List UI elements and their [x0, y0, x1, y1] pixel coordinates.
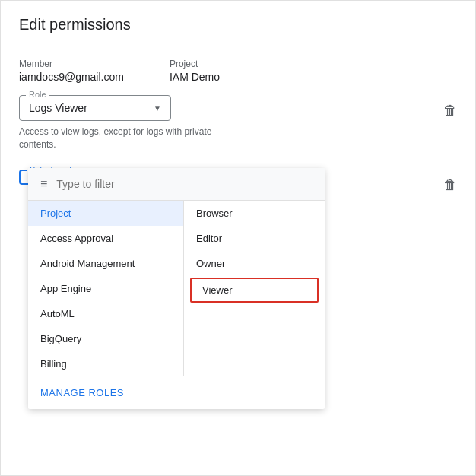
delete-second-role-button[interactable]: 🗑 [443, 177, 457, 193]
right-list-item[interactable]: Owner [184, 251, 325, 276]
list-item[interactable]: AutoML [28, 301, 183, 326]
list-item[interactable]: App Engine [28, 276, 183, 301]
list-item[interactable]: BigQuery [28, 326, 183, 351]
role-section: Role Logs Viewer ▼ Access to view logs, … [19, 95, 232, 151]
filter-icon: ≡ [40, 177, 47, 191]
filter-input[interactable] [56, 178, 313, 190]
role-select-label: Role [26, 90, 49, 99]
project-label: Project [170, 59, 220, 69]
manage-roles-link[interactable]: MANAGE ROLES [28, 376, 325, 409]
project-field: Project IAM Demo [170, 59, 220, 83]
filter-row: ≡ [28, 168, 325, 201]
list-item[interactable]: Access Approval [28, 226, 183, 251]
viewer-right-list-item[interactable]: Viewer [190, 278, 319, 303]
header: Edit permissions [1, 1, 475, 43]
role-row: Role Logs Viewer ▼ Access to view logs, … [19, 95, 457, 160]
role-dropdown-container: Role Logs Viewer ▼ [19, 95, 171, 121]
right-list-item[interactable]: Browser [184, 201, 325, 226]
dropdown-panel: ≡ Project Access Approval Android Manage… [28, 168, 325, 409]
page-title: Edit permissions [19, 16, 457, 33]
project-value: IAM Demo [170, 71, 220, 83]
right-list-item[interactable]: Editor [184, 226, 325, 251]
page-container: Edit permissions Member iamdocs9@gmail.c… [0, 0, 476, 476]
left-column: Project Access Approval Android Manageme… [28, 201, 184, 376]
list-item[interactable]: Billing [28, 351, 183, 376]
member-project-row: Member iamdocs9@gmail.com Project IAM De… [19, 59, 457, 83]
dropdown-columns: Project Access Approval Android Manageme… [28, 201, 325, 376]
member-value: iamdocs9@gmail.com [19, 71, 124, 83]
role-select[interactable]: Role Logs Viewer ▼ [19, 95, 171, 121]
role-description: Access to view logs, except for logs wit… [19, 125, 232, 151]
delete-role-button[interactable]: 🗑 [443, 103, 457, 119]
right-column: Browser Editor Owner Viewer [184, 201, 325, 376]
role-select-text: Logs Viewer [29, 102, 87, 114]
member-field: Member iamdocs9@gmail.com [19, 59, 124, 83]
chevron-down-icon: ▼ [154, 104, 161, 113]
list-item[interactable]: Project [28, 201, 183, 226]
member-label: Member [19, 59, 124, 69]
list-item[interactable]: Android Management [28, 251, 183, 276]
